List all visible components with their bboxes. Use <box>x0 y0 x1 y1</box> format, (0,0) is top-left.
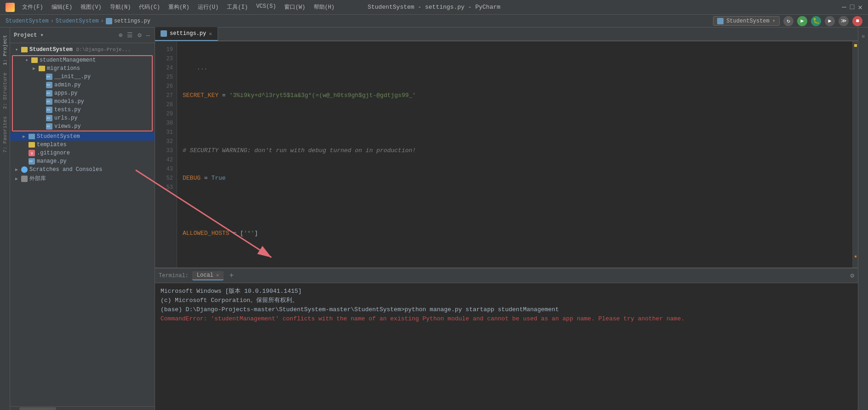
tree-item-templates[interactable]: templates <box>10 141 155 149</box>
project-selector-chevron: ▾ <box>772 17 776 24</box>
project-selector[interactable]: StudentSystem ▾ <box>713 16 780 26</box>
tree-item-external-libs[interactable]: ▶ 外部库 <box>10 174 155 183</box>
tree-item-studentsystem-folder[interactable]: ▶ StudentSystem <box>10 132 155 141</box>
debug-button[interactable]: 🐛 <box>811 16 821 26</box>
line-num-28: 28 <box>155 100 173 109</box>
root-folder-icon <box>21 47 28 52</box>
menu-run[interactable]: 运行(U) <box>194 2 223 12</box>
file-tree-header: Project ▾ ⊕ ☰ ⚙ — <box>10 28 155 43</box>
stop-button[interactable]: ■ <box>852 16 862 26</box>
init-icon <box>46 74 52 80</box>
code-content[interactable]: ... SECRET_KEY = '3%i9ky+d^l3ryt5$1a&3g*… <box>177 41 852 268</box>
models-icon <box>46 98 52 105</box>
line-num-32: 32 <box>155 137 173 146</box>
tree-item-urls[interactable]: urls.py <box>13 114 152 122</box>
tree-item-models[interactable]: models.py <box>13 97 152 106</box>
code-line-25: # SECURITY WARNING: don't run with debug… <box>183 146 847 155</box>
menu-file[interactable]: 文件(F) <box>18 2 47 12</box>
tree-item-migrations[interactable]: ▶ migrations <box>13 64 152 73</box>
panel-tab-structure[interactable]: 2: Structure <box>1 69 9 113</box>
editor-tabs: settings.py ✕ <box>155 28 858 41</box>
tree-root-studentsystem[interactable]: ▾ StudentSystem D:\Django-Proje... <box>10 45 155 54</box>
menu-window[interactable]: 窗口(W) <box>281 2 309 12</box>
line-num-26: 26 <box>155 82 173 91</box>
line-num-23: 23 <box>155 54 173 63</box>
breadcrumb-sep-2: › <box>100 18 103 24</box>
tree-item-gitignore[interactable]: g .gitignore <box>10 149 155 157</box>
root-arrow: ▾ <box>14 47 19 52</box>
tests-label: tests.py <box>54 107 81 113</box>
tab-close-btn[interactable]: ✕ <box>209 31 212 37</box>
line-num-33: 33 <box>155 146 173 155</box>
mig-label: migrations <box>47 65 80 72</box>
settings-icon[interactable]: ⚙ <box>137 30 142 40</box>
views-icon <box>46 123 52 130</box>
coverage-button[interactable]: ▶ <box>825 16 835 26</box>
menu-refactor[interactable]: 重构(R) <box>165 2 193 12</box>
menu-tools[interactable]: 工具(I) <box>223 2 252 12</box>
breadcrumbs: StudentSystem › StudentSystem › settings… <box>6 18 150 24</box>
breadcrumb-studentsystem2[interactable]: StudentSystem <box>56 18 99 24</box>
terminal-settings-icon[interactable]: ⚙ <box>851 272 854 279</box>
tree-item-studentmanagement[interactable]: ▾ studentManagement <box>13 56 152 64</box>
tree-item-apps[interactable]: apps.py <box>13 89 152 97</box>
terminal-add-button[interactable]: + <box>227 272 236 280</box>
panel-tab-favorites[interactable]: 7: Favorites <box>1 113 9 156</box>
menu-navigate[interactable]: 导航(N) <box>106 2 135 12</box>
menu-edit[interactable]: 编辑(E) <box>48 2 76 12</box>
minimize-button[interactable]: — <box>842 3 846 11</box>
managepy-label: manage.py <box>37 158 67 165</box>
menu-vcs[interactable]: VCS(S) <box>253 2 280 12</box>
menu-bar[interactable]: 文件(F) 编辑(E) 视图(V) 导航(N) 代码(C) 重构(R) 运行(U… <box>18 2 338 12</box>
line-num-30: 30 <box>155 119 173 128</box>
git-icon: g <box>29 150 35 156</box>
project-selector-label: StudentSystem <box>726 18 770 24</box>
breadcrumb-file: settings.py <box>106 18 150 24</box>
mig-folder-icon <box>39 66 45 71</box>
models-label: models.py <box>54 98 84 105</box>
tree-item-tests[interactable]: tests.py <box>13 106 152 114</box>
ss-arrow: ▶ <box>21 134 27 139</box>
term-tab-close[interactable]: ✕ <box>216 272 219 278</box>
tree-item-admin[interactable]: admin.py <box>13 81 152 89</box>
tree-item-scratches[interactable]: ▶ Scratches and Consoles <box>10 165 155 174</box>
terminal-label: Terminal: <box>159 273 189 279</box>
menu-code[interactable]: 代码(C) <box>135 2 164 12</box>
term-line-4: (base) D:\Django-Projects-master\Student… <box>161 305 852 314</box>
terminal-content[interactable]: Microsoft Windows [版本 10.0.19041.1415] (… <box>155 283 858 410</box>
breadcrumb-studentsystem[interactable]: StudentSystem <box>6 18 49 24</box>
app-logo <box>6 3 15 12</box>
tree-item-init[interactable]: __init__.py <box>13 73 152 81</box>
panel-tab-project[interactable]: 1: Project <box>1 31 9 69</box>
tree-item-views[interactable]: views.py <box>13 122 152 131</box>
tab-settings-py[interactable]: settings.py ✕ <box>155 27 218 41</box>
window-controls[interactable]: — □ ✕ <box>842 3 862 12</box>
close-button[interactable]: ✕ <box>858 3 862 12</box>
header-icons: ⊕ ☰ ⚙ — <box>118 30 151 40</box>
close-panel-icon[interactable]: — <box>145 31 151 40</box>
ss-label: StudentSystem <box>37 133 80 140</box>
ext-lib-icon <box>21 176 28 182</box>
file-tree-content[interactable]: ▾ StudentSystem D:\Django-Proje... ▾ stu… <box>10 43 155 406</box>
profile-button[interactable]: ≫ <box>839 16 849 26</box>
terminal-tabs: Terminal: Local ✕ + ⚙ <box>155 268 858 283</box>
menu-view[interactable]: 视图(V) <box>77 2 105 12</box>
code-line-29 <box>183 256 847 266</box>
locate-icon[interactable]: ⊕ <box>118 30 123 40</box>
line-num-25: 25 <box>155 73 173 82</box>
admin-icon <box>46 82 52 88</box>
maximize-button[interactable]: □ <box>850 3 855 11</box>
refresh-button[interactable]: ↻ <box>783 16 793 26</box>
tree-item-managepy[interactable]: manage.py <box>10 157 155 165</box>
panel-tab-right[interactable]: ≡ <box>859 31 868 42</box>
terminal-tab-local[interactable]: Local ✕ <box>192 271 224 280</box>
admin-label: admin.py <box>54 82 81 88</box>
file-tree-scrollbar[interactable] <box>10 406 155 410</box>
tmpl-label: templates <box>37 142 67 148</box>
settings-file-icon <box>106 18 112 24</box>
menu-help[interactable]: 帮助(H) <box>310 2 339 12</box>
gutter-mark-1 <box>854 44 857 47</box>
scratches-label: Scratches and Consoles <box>29 166 102 173</box>
run-button[interactable]: ▶ <box>797 16 807 26</box>
collapse-icon[interactable]: ☰ <box>126 30 134 40</box>
